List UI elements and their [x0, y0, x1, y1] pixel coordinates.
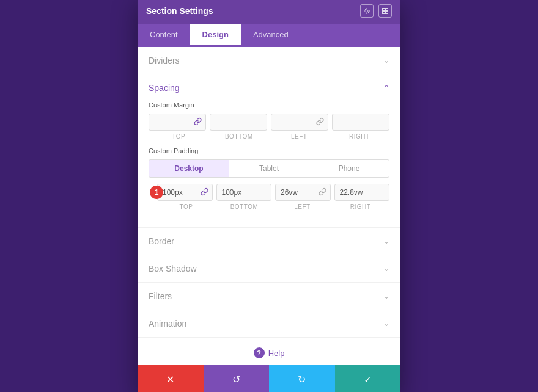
tab-content[interactable]: Content — [138, 24, 190, 47]
section-border: Border ⌄ — [138, 228, 400, 255]
svg-rect-3 — [383, 12, 385, 14]
border-header[interactable]: Border ⌄ — [138, 228, 400, 255]
svg-rect-4 — [386, 12, 388, 14]
bottom-bar: ✕ ↺ ↻ ✓ — [138, 365, 400, 392]
padding-left-label: Left — [273, 203, 331, 210]
filters-header[interactable]: Filters ⌄ — [138, 283, 400, 310]
spacing-header[interactable]: Spacing ⌃ — [138, 74, 400, 101]
dividers-title: Dividers — [149, 56, 180, 65]
margin-left-label: Left — [269, 133, 330, 140]
padding-bottom-label: Bottom — [215, 203, 273, 210]
margin-right-input-group — [332, 114, 389, 131]
layout-icon[interactable] — [378, 4, 392, 18]
help-label: Help — [268, 349, 285, 358]
step-badge: 1 — [150, 186, 163, 199]
help-icon: ? — [254, 347, 265, 358]
padding-inputs-wrapper: 1 — [157, 184, 389, 201]
margin-top-input-group — [149, 114, 206, 131]
help-row[interactable]: ? Help — [138, 338, 400, 365]
padding-inputs-row — [157, 184, 389, 201]
margin-top-label: Top — [149, 133, 209, 140]
margin-inputs-row — [149, 114, 389, 131]
section-spacing: Spacing ⌃ Custom Margin — [138, 74, 400, 228]
section-dividers: Dividers ⌄ — [138, 47, 400, 74]
padding-right-input-group — [334, 184, 390, 201]
spacing-content: Custom Margin — [138, 101, 400, 227]
margin-bottom-input-group — [210, 114, 267, 131]
spacing-chevron: ⌃ — [383, 84, 389, 92]
tab-bar: Content Design Advanced — [138, 24, 400, 47]
save-button[interactable]: ✓ — [335, 365, 401, 392]
padding-right-input[interactable] — [335, 184, 389, 200]
redo-icon: ↻ — [298, 374, 306, 385]
link-icon-margin-lr[interactable] — [316, 118, 324, 127]
padding-bottom-input[interactable] — [217, 184, 271, 200]
section-filters: Filters ⌄ — [138, 283, 400, 310]
box-shadow-chevron: ⌄ — [383, 264, 389, 273]
cancel-button[interactable]: ✕ — [138, 365, 204, 392]
border-title: Border — [149, 236, 174, 246]
link-icon-padding[interactable] — [201, 188, 208, 197]
border-chevron: ⌄ — [383, 237, 389, 245]
animation-title: Animation — [149, 319, 186, 328]
device-tabs: Desktop Tablet Phone — [149, 159, 389, 178]
save-icon: ✓ — [364, 374, 372, 385]
panel-title: Section Settings — [146, 6, 213, 16]
custom-padding-label: Custom Padding — [149, 147, 389, 154]
device-tab-phone[interactable]: Phone — [309, 160, 389, 177]
margin-left-input-group — [271, 114, 328, 131]
device-tab-desktop[interactable]: Desktop — [149, 160, 229, 177]
padding-right-label: Right — [331, 203, 389, 210]
tab-advanced[interactable]: Advanced — [241, 24, 301, 47]
padding-top-label: Top — [157, 203, 215, 210]
animation-chevron: ⌄ — [383, 319, 389, 328]
device-tab-tablet[interactable]: Tablet — [229, 160, 309, 177]
redo-button[interactable]: ↻ — [269, 365, 335, 392]
margin-right-input[interactable] — [333, 114, 389, 130]
panel-body: Dividers ⌄ Spacing ⌃ Custom Margin — [138, 47, 400, 365]
link-icon-margin[interactable] — [194, 118, 202, 127]
box-shadow-title: Box Shadow — [149, 264, 197, 274]
padding-left-input-group — [275, 184, 331, 201]
svg-point-0 — [366, 10, 368, 12]
panel-header: Section Settings — [138, 0, 400, 24]
padding-top-input-group — [157, 184, 213, 201]
filters-chevron: ⌄ — [383, 292, 389, 300]
margin-right-label: Right — [330, 133, 390, 140]
reset-button[interactable]: ↺ — [204, 365, 270, 392]
margin-col-labels: Top Bottom Left Right — [149, 133, 389, 140]
section-animation: Animation ⌄ — [138, 310, 400, 338]
sync-icon[interactable] — [360, 4, 374, 18]
animation-header[interactable]: Animation ⌄ — [138, 310, 400, 337]
link-icon-padding-lr[interactable] — [319, 188, 326, 197]
reset-icon: ↺ — [232, 374, 240, 385]
custom-margin-label: Custom Margin — [149, 101, 389, 109]
svg-rect-1 — [383, 9, 385, 11]
section-box-shadow: Box Shadow ⌄ — [138, 255, 400, 283]
box-shadow-header[interactable]: Box Shadow ⌄ — [138, 255, 400, 282]
cancel-icon: ✕ — [166, 374, 174, 385]
padding-bottom-input-group — [216, 184, 272, 201]
svg-rect-2 — [386, 9, 388, 11]
dividers-header[interactable]: Dividers ⌄ — [138, 47, 400, 74]
dividers-chevron: ⌄ — [383, 56, 389, 65]
margin-bottom-input[interactable] — [210, 114, 267, 130]
panel-header-icons — [360, 4, 392, 18]
section-settings-panel: Section Settings Content Design Advanced… — [138, 0, 400, 392]
tab-design[interactable]: Design — [190, 24, 241, 47]
padding-col-labels: Top Bottom Left Right — [157, 203, 389, 210]
filters-title: Filters — [149, 291, 172, 301]
margin-bottom-label: Bottom — [209, 133, 270, 140]
spacing-title: Spacing — [149, 83, 180, 93]
